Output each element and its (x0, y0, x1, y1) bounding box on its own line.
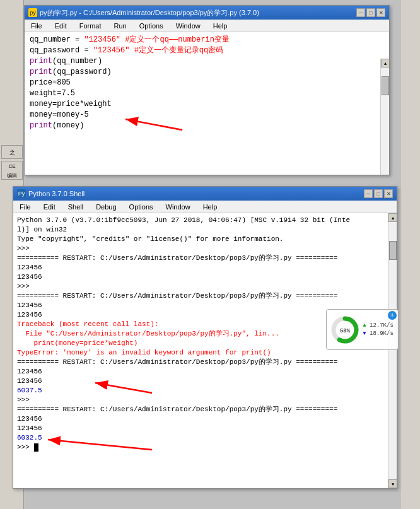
editor-window-controls: ─ □ ✕ (356, 8, 385, 17)
editor-content[interactable]: qq_number = "123456" #定义一个qq——numberin变量… (25, 32, 389, 175)
code-line-7: money=price*weight (30, 99, 384, 110)
shell-scroll-thumb[interactable] (389, 241, 397, 260)
shell-line-25: >>> (17, 443, 393, 452)
editor-close-btn[interactable]: ✕ (376, 8, 385, 17)
menu-options[interactable]: Options (136, 21, 167, 31)
shell-line-5: ========== RESTART: C:/Users/Administrat… (17, 254, 393, 263)
upload-arrow-icon: ▲ (363, 322, 366, 329)
menu-window[interactable]: Window (172, 21, 204, 31)
code-line-4: print(qq_password) (30, 67, 384, 78)
shell-scroll-down[interactable]: ▼ (388, 479, 397, 488)
menu-file[interactable]: File (27, 21, 46, 31)
menu-format[interactable]: Format (76, 21, 105, 31)
network-percent-text: 58% (340, 328, 351, 334)
shell-line-20: >>> (17, 395, 393, 405)
network-stats: ▲ 12.7K/s ▼ 18.9K/s (363, 322, 394, 338)
code-line-5: price=805 (30, 78, 384, 88)
sidebar-btn-1[interactable]: 之 (1, 145, 23, 159)
shell-menu-debug[interactable]: Debug (92, 202, 120, 212)
shell-line-9: ========== RESTART: C:/Users/Administrat… (17, 291, 393, 301)
editor-title: py的学习.py - C:/Users/Administrator/Deskto… (40, 8, 354, 18)
upload-stat: ▲ 12.7K/s (363, 322, 394, 330)
code-line-6: weight=7.5 (30, 88, 384, 99)
shell-line-19: 6037.5 (17, 386, 393, 395)
shell-title: Python 3.7.0 Shell (28, 190, 361, 197)
shell-line-6: 123456 (17, 263, 393, 272)
editor-scroll-up[interactable]: ▲ (381, 59, 389, 67)
network-widget: 58% ▲ 12.7K/s ▼ 18.9K/s + (326, 309, 399, 350)
shell-maximize-btn[interactable]: □ (374, 189, 383, 198)
shell-line-18: 123456 (17, 377, 393, 386)
right-sidebar (401, 0, 420, 509)
code-line-8: money=money-5 (30, 110, 384, 120)
editor-scrollbar[interactable]: ▲ (380, 59, 389, 175)
shell-menu-options[interactable]: Options (125, 202, 157, 212)
code-line-9: print(money) (30, 120, 384, 131)
shell-close-btn[interactable]: ✕ (384, 189, 393, 198)
shell-menubar: File Edit Shell Debug Options Window Hel… (13, 201, 397, 213)
code-line-3: print(qq_number) (30, 56, 384, 67)
editor-scroll-thumb[interactable] (382, 76, 389, 95)
shell-line-24: 6032.5 (17, 433, 393, 443)
shell-menu-file[interactable]: File (16, 202, 35, 212)
editor-menubar: File Edit Format Run Options Window Help (25, 20, 389, 32)
sidebar-btn-2-label: CE编辑 (7, 163, 17, 178)
sidebar-btn-1-label: 之 (9, 149, 15, 156)
shell-scrollbar[interactable]: ▲ ▼ (388, 213, 397, 488)
menu-run[interactable]: Run (110, 21, 131, 31)
shell-menu-window[interactable]: Window (162, 202, 194, 212)
shell-line-7: 123456 (17, 272, 393, 282)
shell-line-16: ========== RESTART: C:/Users/Administrat… (17, 358, 393, 367)
shell-menu-edit[interactable]: Edit (40, 202, 59, 212)
menu-edit[interactable]: Edit (51, 21, 71, 31)
shell-menu-shell[interactable]: Shell (64, 202, 87, 212)
shell-menu-help[interactable]: Help (199, 202, 221, 212)
network-donut-chart: 58% (331, 316, 359, 344)
code-line-2: qq_password = "123456" #定义一个变量记录qq密码 (30, 45, 384, 56)
shell-line-8: >>> (17, 282, 393, 291)
upload-value: 12.7K/s (370, 322, 394, 329)
editor-minimize-btn[interactable]: ─ (356, 8, 365, 17)
shell-titlebar: Py Python 3.7.0 Shell ─ □ ✕ (13, 187, 397, 201)
network-plus-btn[interactable]: + (388, 311, 397, 320)
shell-window-controls: ─ □ ✕ (364, 189, 393, 198)
shell-minimize-btn[interactable]: ─ (364, 189, 373, 198)
editor-window: py py的学习.py - C:/Users/Administrator/Des… (24, 5, 390, 175)
shell-icon: Py (17, 189, 26, 198)
shell-scroll-up[interactable]: ▲ (388, 213, 397, 222)
shell-line-1: Python 3.7.0 (v3.7.0:1bf9cc5093, Jun 27 … (17, 216, 393, 225)
download-value: 18.9K/s (370, 331, 394, 337)
sidebar-btn-2[interactable]: CE编辑 (1, 161, 23, 180)
shell-line-21: ========== RESTART: C:/Users/Administrat… (17, 405, 393, 414)
shell-line-23: 123456 (17, 424, 393, 433)
editor-titlebar: py py的学习.py - C:/Users/Administrator/Des… (25, 6, 389, 20)
network-donut-svg: 58% (331, 316, 359, 344)
shell-line-4: >>> (17, 244, 393, 254)
download-arrow-icon: ▼ (363, 331, 366, 337)
shell-line-22: 123456 (17, 414, 393, 424)
shell-line-17: 123456 (17, 367, 393, 377)
editor-maximize-btn[interactable]: □ (366, 8, 375, 17)
download-stat: ▼ 18.9K/s (363, 330, 394, 338)
shell-content[interactable]: Python 3.7.0 (v3.7.0:1bf9cc5093, Jun 27 … (13, 213, 397, 488)
shell-line-2: l)] on win32 (17, 225, 393, 235)
editor-icon: py (28, 8, 37, 17)
menu-help[interactable]: Help (209, 21, 231, 31)
code-line-1: qq_number = "123456" #定义一个qq——numberin变量 (30, 35, 384, 45)
shell-line-3: Type "copyright", "credits" or "license(… (17, 235, 393, 244)
